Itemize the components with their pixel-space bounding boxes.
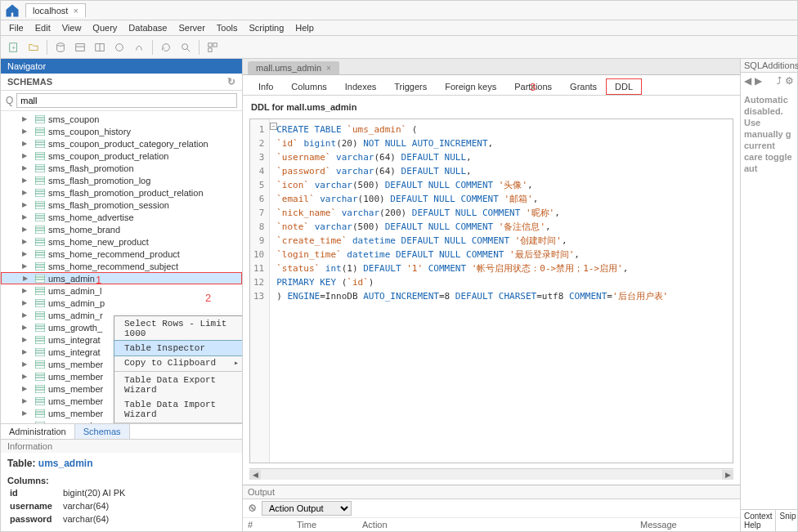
svg-rect-43 [35, 238, 45, 246]
table-item[interactable]: sms_flash_promotion_product_relation [1, 186, 242, 199]
open-sql-file-icon[interactable] [25, 39, 42, 56]
fold-icon[interactable]: − [270, 123, 277, 130]
home-icon[interactable] [4, 2, 20, 19]
table-item[interactable]: sms_home_recommend_subject [1, 260, 242, 272]
table-name: sms_home_recommend_product [48, 249, 180, 259]
table-icon [35, 262, 45, 270]
table-name: sms_flash_promotion_session [48, 200, 169, 210]
svg-text:+: + [11, 43, 16, 51]
table-item[interactable]: sms_flash_promotion [1, 162, 242, 174]
ctx-table-data-export-wizard[interactable]: Table Data Export Wizard [114, 373, 242, 397]
table-item[interactable]: sms_flash_promotion_session [1, 199, 242, 211]
ddl-title: DDL for mall.ums_admin [243, 96, 740, 118]
menu-database[interactable]: Database [128, 23, 167, 33]
menu-tools[interactable]: Tools [217, 23, 238, 33]
insp-tab-triggers[interactable]: Triggers [385, 78, 436, 95]
nav-fwd-icon[interactable]: ▶ [755, 75, 762, 87]
table-item[interactable]: sms_home_brand [1, 223, 242, 235]
connection-tab[interactable]: localhost × [25, 3, 86, 17]
table-name: sms_flash_promotion [48, 163, 134, 173]
close-icon[interactable]: × [73, 6, 78, 16]
sqa-tab-snip[interactable]: Snip [776, 510, 798, 531]
menu-edit[interactable]: Edit [35, 23, 51, 33]
insp-tab-ddl[interactable]: DDL [606, 78, 642, 95]
new-schema-icon[interactable] [52, 39, 69, 56]
ctx-select-rows-limit-1000[interactable]: Select Rows - Limit 1000 [114, 316, 242, 341]
table-name: ums_member [48, 360, 103, 369]
table-item[interactable]: sms_coupon_product_category_relation [1, 137, 242, 150]
new-function-icon[interactable] [131, 39, 147, 56]
ctx-table-inspector[interactable]: Table Inspector [114, 341, 242, 355]
table-item[interactable]: sms_home_advertise [1, 211, 242, 223]
new-table-icon[interactable] [72, 39, 88, 56]
menu-server[interactable]: Server [178, 23, 204, 33]
table-name: ums_admin_l [48, 286, 101, 296]
new-routine-icon[interactable] [111, 39, 128, 56]
svg-rect-49 [35, 262, 45, 270]
new-sql-tab-icon[interactable]: + [6, 39, 22, 56]
nav-tab-schemas[interactable]: Schemas [75, 424, 130, 439]
reconnect-icon[interactable] [158, 39, 174, 56]
output-clear-icon[interactable]: 🛇 [248, 503, 257, 513]
ctx-copy-to-clipboard[interactable]: Copy to Clipboard [114, 355, 242, 370]
ctx-table-data-import-wizard[interactable]: Table Data Import Wizard [114, 397, 242, 422]
gear-icon[interactable]: ⚙ [785, 75, 794, 87]
output-type-select[interactable]: Action Output [262, 501, 352, 516]
editor-tab[interactable]: mall.ums_admin × [248, 61, 339, 74]
table-item[interactable]: sms_flash_promotion_log [1, 174, 242, 186]
table-item[interactable]: sms_coupon_history [1, 125, 242, 137]
table-icon [35, 360, 45, 369]
menu-file[interactable]: File [9, 23, 24, 33]
new-view-icon[interactable] [92, 39, 108, 56]
table-icon [35, 189, 45, 197]
close-icon[interactable]: × [326, 64, 331, 73]
table-icon [35, 275, 45, 283]
info-table-label: Table: [7, 458, 35, 469]
table-item[interactable]: ums_admin [1, 272, 242, 284]
table-name: ums_member [48, 384, 103, 394]
svg-rect-70 [35, 348, 45, 356]
dashboard-icon[interactable] [204, 39, 221, 56]
svg-rect-25 [35, 164, 45, 172]
scroll-right-icon[interactable]: ▶ [722, 470, 733, 480]
schema-filter-input[interactable] [16, 93, 237, 108]
nav-tab-administration[interactable]: Administration [1, 424, 75, 439]
menu-query[interactable]: Query [92, 23, 117, 33]
insp-tab-grants[interactable]: Grants [561, 78, 606, 95]
horizontal-scrollbar[interactable]: ◀ ▶ [249, 468, 733, 480]
context-menu: Select Rows - Limit 1000Table InspectorC… [114, 315, 242, 423]
nav-back-icon[interactable]: ◀ [744, 75, 751, 87]
scroll-left-icon[interactable]: ◀ [249, 470, 261, 480]
menu-help[interactable]: Help [295, 23, 314, 33]
sqa-tab-context-help[interactable]: Context Help [741, 510, 776, 531]
table-icon [35, 287, 45, 295]
table-name: sms_coupon [48, 114, 99, 124]
search-icon[interactable] [177, 39, 194, 56]
svg-rect-34 [35, 201, 45, 209]
svg-rect-22 [35, 152, 45, 160]
info-table-name: ums_admin [38, 458, 93, 469]
table-icon [35, 201, 45, 209]
svg-line-9 [187, 48, 191, 51]
table-item[interactable]: sms_home_new_product [1, 235, 242, 248]
out-col-message: Message [640, 520, 677, 530]
menu-scripting[interactable]: Scripting [249, 23, 285, 33]
insp-tab-info[interactable]: Info [249, 78, 282, 95]
table-icon [35, 250, 45, 258]
svg-rect-31 [35, 189, 45, 197]
table-item[interactable]: sms_home_recommend_product [1, 248, 242, 260]
menu-view[interactable]: View [62, 23, 82, 33]
svg-point-2 [57, 42, 65, 46]
table-icon [35, 140, 45, 148]
table-item[interactable]: sms_coupon_product_relation [1, 150, 242, 162]
svg-rect-3 [76, 43, 85, 51]
table-icon [35, 324, 45, 332]
table-icon [35, 213, 45, 221]
refresh-schemas-icon[interactable]: ↻ [227, 76, 235, 87]
insp-tab-foreign-keys[interactable]: Foreign keys [436, 78, 505, 95]
output-header: Output [243, 485, 740, 499]
insp-tab-columns[interactable]: Columns [282, 78, 335, 95]
insp-tab-indexes[interactable]: Indexes [336, 78, 386, 95]
jump-icon[interactable]: ⤴ [777, 75, 782, 87]
table-item[interactable]: sms_coupon [1, 113, 242, 125]
